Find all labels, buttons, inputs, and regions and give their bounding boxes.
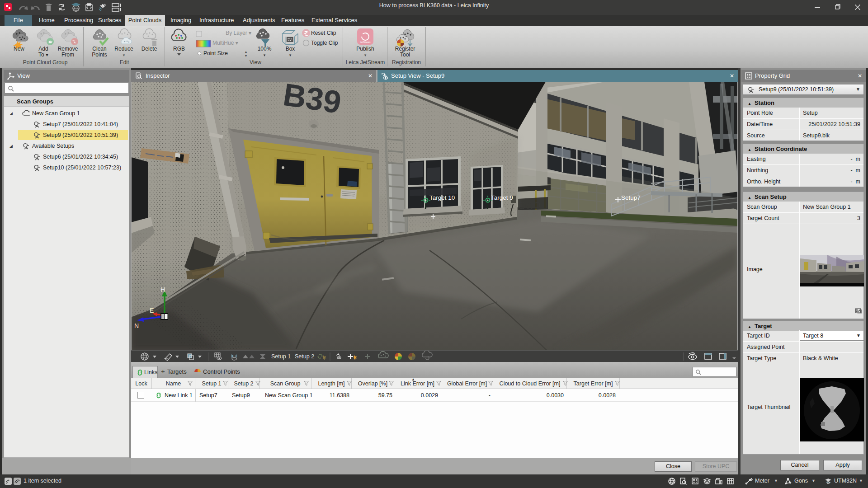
svg-text:Target 10: Target 10 — [429, 194, 455, 201]
svg-text:N: N — [134, 322, 139, 329]
svg-text:JetStream: JetStream — [360, 41, 371, 43]
svg-text:Setup 1: Setup 1 — [271, 353, 291, 360]
svg-text:E: E — [150, 307, 154, 314]
svg-text:Target 9: Target 9 — [491, 194, 513, 201]
svg-text:Setup 2: Setup 2 — [295, 353, 314, 360]
svg-text:H: H — [160, 286, 165, 293]
svg-text:Setup7: Setup7 — [621, 194, 641, 201]
